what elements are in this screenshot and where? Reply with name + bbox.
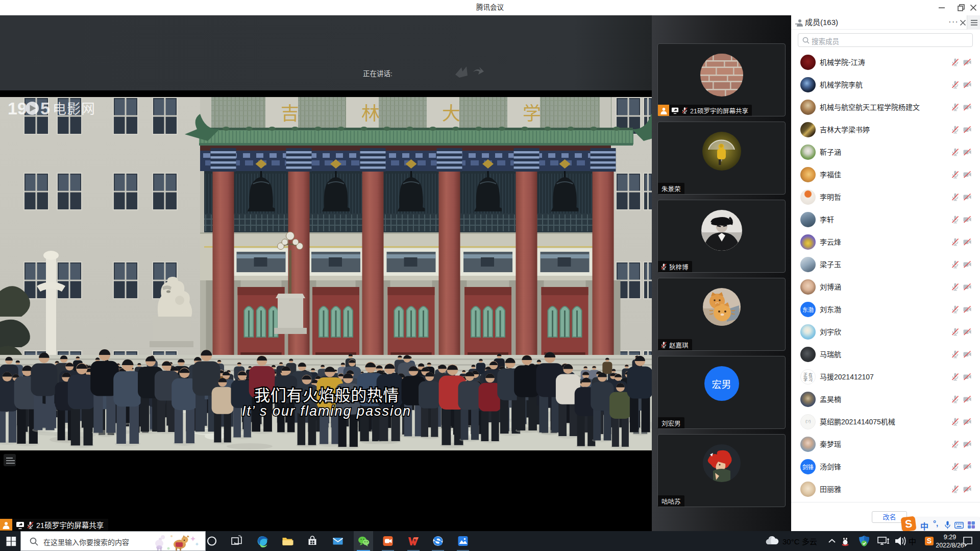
svg-text:19: 19 (8, 99, 27, 118)
svg-text:学: 学 (523, 103, 541, 124)
svg-text:我们有火焰般的热情: 我们有火焰般的热情 (254, 382, 399, 405)
svg-text:林: 林 (361, 103, 380, 124)
svg-text:大: 大 (442, 103, 460, 124)
svg-text:电影网: 电影网 (53, 98, 95, 118)
svg-text:吉: 吉 (281, 103, 299, 124)
svg-text:5: 5 (40, 99, 50, 118)
svg-text:It’ s our flaming passion: It’ s our flaming passion (242, 403, 411, 419)
